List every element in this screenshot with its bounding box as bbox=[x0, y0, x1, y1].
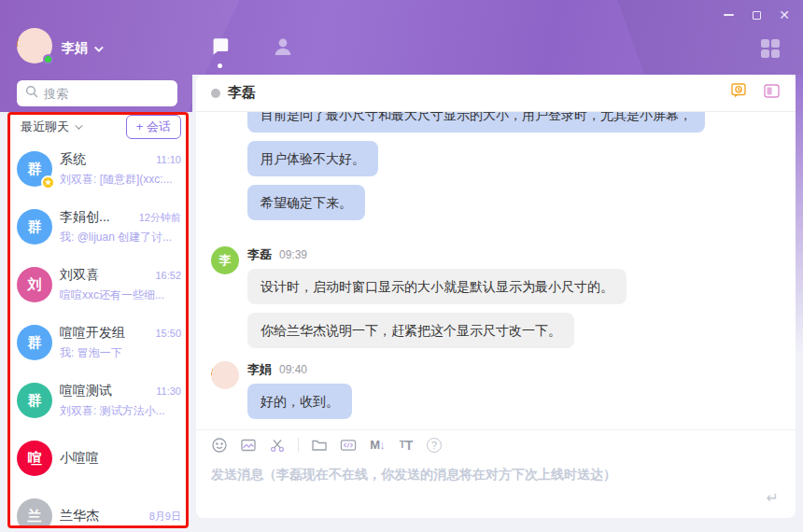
chat-name: 李娟创... bbox=[60, 209, 134, 226]
chat-preview: 我: 冒泡一下 bbox=[60, 345, 181, 361]
window-controls: ✕ bbox=[719, 7, 794, 22]
code-icon[interactable] bbox=[340, 437, 357, 454]
sidebar-header: 最近聊天 + 会话 bbox=[7, 112, 189, 140]
group-avatar: 群 ★ bbox=[17, 151, 52, 187]
composer-area: ↵ bbox=[196, 459, 796, 518]
search-box[interactable] bbox=[17, 80, 177, 106]
user-avatar: 兰 bbox=[17, 498, 52, 528]
new-conversation-button[interactable]: + 会话 bbox=[126, 115, 181, 139]
chat-filter-label: 最近聊天 bbox=[21, 119, 69, 135]
message-bubble: 你给兰华杰说明一下，赶紧把这个显示尺寸改一下。 bbox=[247, 313, 574, 348]
chat-name: 小喧喧 bbox=[60, 450, 181, 467]
current-user-name: 李娟 bbox=[62, 40, 88, 57]
message-input[interactable] bbox=[211, 467, 758, 511]
right-edge-gradient bbox=[796, 75, 803, 355]
chat-name: 兰华杰 bbox=[60, 508, 144, 525]
panel-toggle-icon[interactable] bbox=[763, 82, 781, 104]
chat-list-item[interactable]: 刘 刘双喜 16:52 喧喧xxc还有一些细... bbox=[7, 256, 189, 314]
enter-key-icon: ↵ bbox=[767, 489, 779, 507]
chat-list-item[interactable]: 喧 小喧喧 bbox=[7, 429, 189, 487]
conversation-panel: 李磊 目前是问了最小尺寸和最大尺寸显示的大小，用户登录时，尤其是小屏幕， 用户体… bbox=[196, 75, 796, 518]
conversation-header: 李磊 bbox=[196, 75, 796, 112]
chat-time: 16:52 bbox=[155, 270, 181, 281]
app-menu-grid-icon[interactable] bbox=[761, 39, 780, 58]
chat-preview: 我: @lijuan 创建了讨... bbox=[60, 230, 181, 245]
chat-filter-dropdown[interactable]: 最近聊天 bbox=[21, 119, 80, 135]
user-avatar: 刘 bbox=[17, 267, 52, 302]
chat-time: 11:10 bbox=[156, 154, 181, 165]
message-bubble: 目前是问了最小尺寸和最大尺寸显示的大小，用户登录时，尤其是小屏幕， bbox=[247, 112, 705, 133]
conversation-title: 李磊 bbox=[228, 84, 256, 102]
chat-list-item[interactable]: 群 李娟创... 12分钟前 我: @lijuan 创建了讨... bbox=[7, 198, 189, 256]
current-user-avatar[interactable] bbox=[17, 28, 52, 63]
sender-avatar[interactable]: 李 bbox=[211, 246, 239, 274]
search-input[interactable] bbox=[44, 87, 169, 101]
message-bubble: 设计时，启动时窗口显示的大小就是默认显示为最小尺寸的。 bbox=[247, 269, 627, 304]
offline-status-dot bbox=[211, 89, 220, 98]
sender-avatar[interactable] bbox=[211, 361, 239, 389]
current-user-menu[interactable]: 李娟 bbox=[62, 40, 101, 57]
message-time: 09:39 bbox=[279, 248, 307, 261]
file-icon[interactable] bbox=[311, 437, 328, 454]
chat-list-item[interactable]: 群 ★ 系统 11:10 刘双喜: [随意群](xxc:... bbox=[7, 140, 189, 198]
message-bubble: 希望确定下来。 bbox=[247, 185, 365, 220]
sender-name: 李磊 bbox=[247, 246, 272, 263]
online-status-dot bbox=[43, 54, 53, 64]
chat-list-item[interactable]: 群 喧喧开发组 15:50 我: 冒泡一下 bbox=[7, 314, 189, 371]
contacts-icon bbox=[272, 45, 294, 61]
sender-name: 李娟 bbox=[247, 361, 272, 378]
group-avatar: 群 bbox=[17, 383, 52, 418]
main-nav bbox=[209, 35, 294, 65]
history-icon[interactable] bbox=[730, 82, 748, 104]
chevron-down-icon bbox=[75, 121, 82, 129]
markdown-icon[interactable]: M↓ bbox=[369, 437, 386, 454]
active-tab-indicator bbox=[218, 63, 222, 68]
star-badge-icon: ★ bbox=[41, 175, 55, 189]
emoji-icon[interactable] bbox=[211, 437, 228, 454]
chat-list-item[interactable]: 群 喧喧测试 11:30 刘双喜: 测试方法小... bbox=[7, 371, 189, 429]
chat-preview: 刘双喜: 测试方法小... bbox=[60, 403, 181, 419]
message-group: 李 李磊 09:39 设计时，启动时窗口显示的大小就是默认显示为最小尺寸的。 你… bbox=[211, 246, 781, 348]
message-time: 09:40 bbox=[279, 363, 307, 376]
chat-time: 8月9日 bbox=[149, 510, 181, 524]
chat-name: 刘双喜 bbox=[60, 267, 149, 284]
image-icon[interactable] bbox=[240, 437, 257, 454]
search-icon bbox=[25, 85, 38, 102]
chat-name: 喧喧测试 bbox=[60, 383, 150, 399]
toolbar-divider bbox=[298, 438, 299, 453]
chat-preview: 刘双喜: [随意群](xxc:... bbox=[60, 172, 181, 188]
chat-name: 系统 bbox=[60, 151, 150, 168]
message-bubble: 好的，收到。 bbox=[247, 384, 352, 419]
chat-name: 喧喧开发组 bbox=[60, 325, 149, 342]
message-list[interactable]: 目前是问了最小尺寸和最大尺寸显示的大小，用户登录时，尤其是小屏幕， 用户体验不大… bbox=[196, 112, 796, 429]
chat-time: 11:30 bbox=[156, 385, 181, 397]
chat-preview: 喧喧xxc还有一些细... bbox=[60, 287, 181, 303]
nav-contacts-tab[interactable] bbox=[272, 35, 294, 65]
message-group: 李娟 09:40 好的，收到。 bbox=[211, 361, 781, 419]
close-button[interactable]: ✕ bbox=[775, 7, 794, 22]
help-icon[interactable]: ? bbox=[427, 438, 442, 453]
chat-time: 15:50 bbox=[155, 328, 181, 339]
chat-bubble-icon bbox=[209, 45, 232, 61]
chat-list-item[interactable]: 兰 兰华杰 8月9日 bbox=[7, 487, 189, 528]
chat-time: 12分钟前 bbox=[139, 211, 181, 225]
nav-chats-tab[interactable] bbox=[209, 35, 232, 65]
composer-toolbar: M↓ TT ? bbox=[196, 429, 796, 459]
message-bubble: 用户体验不大好。 bbox=[247, 141, 378, 176]
minimize-button[interactable] bbox=[719, 7, 738, 22]
fontsize-icon[interactable]: TT bbox=[398, 437, 415, 454]
recent-chats-sidebar: 最近聊天 + 会话 群 ★ 系统 11:10 刘双喜: [随意群](xxc:..… bbox=[7, 112, 189, 528]
group-avatar: 喧 bbox=[17, 441, 52, 476]
maximize-button[interactable] bbox=[747, 7, 766, 22]
group-avatar: 群 bbox=[17, 209, 52, 245]
group-avatar: 群 bbox=[17, 325, 52, 360]
cut-icon[interactable] bbox=[269, 437, 286, 454]
